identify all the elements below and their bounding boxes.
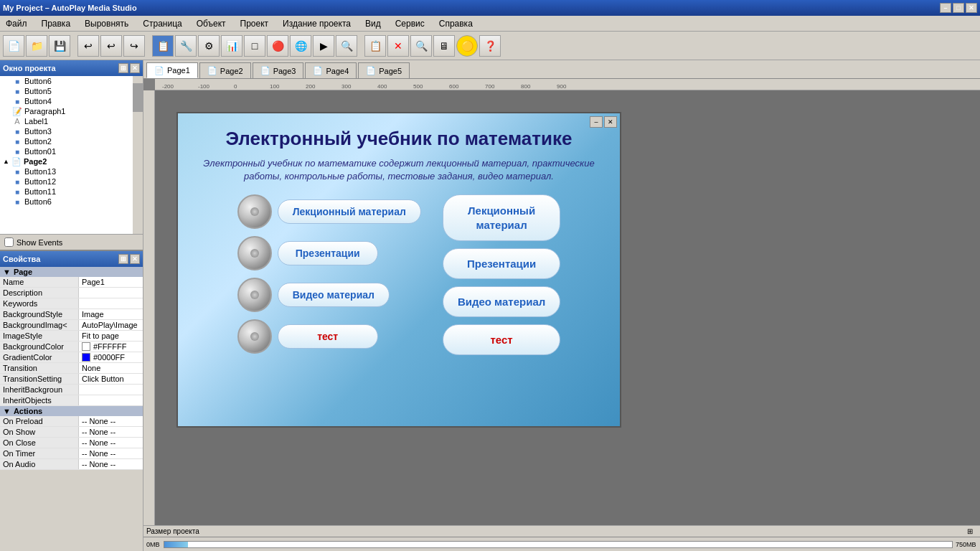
btn-row-1: Лекционный материал bbox=[237, 194, 421, 229]
redo-button[interactable]: ↪ bbox=[123, 35, 145, 57]
tab-label: Page3 bbox=[273, 67, 296, 75]
project-size-label-bar: Размер проекта ⊞ bbox=[143, 525, 980, 537]
btn-test-right[interactable]: тест bbox=[443, 324, 560, 355]
close-button[interactable]: ✕ bbox=[966, 3, 977, 13]
panel-header-icons: ⊞ ✕ bbox=[118, 63, 140, 73]
tb-btn-4[interactable]: 📊 bbox=[221, 35, 242, 57]
tb-btn-12[interactable]: 🔍 bbox=[410, 35, 432, 57]
menu-file[interactable]: Файл bbox=[3, 17, 30, 30]
props-section-page: ▼Page bbox=[0, 267, 143, 277]
preview-title: Электронный учебник по математике bbox=[199, 128, 598, 150]
tree-item-button13[interactable]: ■ Button13 bbox=[0, 166, 133, 176]
tree-item-button5[interactable]: ■ Button5 bbox=[0, 86, 133, 96]
props-transitionsetting: TransitionSetting Click Button bbox=[0, 374, 143, 385]
btn-lecture-left[interactable]: Лекционный материал bbox=[278, 199, 421, 224]
tab-icon: 📄 bbox=[313, 66, 323, 75]
project-tree[interactable]: ■ Button6 ■ Button5 ■ Button4 📝 Paragrap… bbox=[0, 76, 133, 234]
tree-item-button3[interactable]: ■ Button3 bbox=[0, 126, 133, 136]
tree-label: Button12 bbox=[24, 177, 56, 186]
mark-0mb: 0MB bbox=[146, 541, 164, 548]
tb-btn-11[interactable]: ✕ bbox=[387, 35, 409, 57]
canvas-scroll[interactable]: – ✕ Электронный учебник по математике Эл… bbox=[155, 90, 980, 525]
tree-item-page2[interactable]: ▲📄 Page2 bbox=[0, 156, 133, 166]
menu-view[interactable]: Вид bbox=[362, 17, 384, 30]
menu-align[interactable]: Выровнять bbox=[82, 17, 131, 30]
tree-item-button4[interactable]: ■ Button4 bbox=[0, 96, 133, 106]
tab-page4[interactable]: 📄 Page4 bbox=[305, 62, 357, 78]
minimize-button[interactable]: – bbox=[940, 3, 951, 13]
props-icon-btn[interactable]: ⊞ bbox=[118, 254, 128, 264]
action-onaudio: On Audio -- None -- bbox=[0, 459, 143, 470]
panel-resize-icon[interactable]: ⊞ bbox=[967, 527, 973, 535]
show-events-checkbox[interactable] bbox=[4, 237, 14, 247]
undo2-button[interactable]: ↩ bbox=[100, 35, 122, 57]
new-button[interactable]: 📄 bbox=[3, 35, 24, 57]
menu-help[interactable]: Справка bbox=[436, 17, 476, 30]
tb-btn-14[interactable]: 🟡 bbox=[456, 35, 478, 57]
tab-page2[interactable]: 📄 Page2 bbox=[199, 62, 251, 78]
tb-btn-2[interactable]: 🔧 bbox=[175, 35, 197, 57]
props-header-icons: ⊞ ✕ bbox=[118, 254, 140, 264]
tab-icon: 📄 bbox=[260, 66, 270, 75]
tb-btn-13[interactable]: 🖥 bbox=[433, 35, 455, 57]
tab-icon: 📄 bbox=[207, 66, 217, 75]
btn-lecture-right[interactable]: Лекционныйматериал bbox=[443, 194, 560, 241]
canvas-content: – ✕ Электронный учебник по математике Эл… bbox=[155, 90, 980, 449]
open-button[interactable]: 📁 bbox=[26, 35, 47, 57]
tree-label: Button01 bbox=[24, 147, 56, 156]
tb-btn-10[interactable]: 📋 bbox=[364, 35, 386, 57]
menu-publish[interactable]: Издание проекта bbox=[280, 17, 354, 30]
tree-label: Button5 bbox=[24, 87, 52, 95]
show-events-label: Show Events bbox=[17, 238, 62, 247]
preview-close[interactable]: ✕ bbox=[604, 116, 617, 128]
tb-btn-8[interactable]: ▶ bbox=[313, 35, 334, 57]
panel-icon-btn[interactable]: ⊞ bbox=[118, 63, 128, 73]
tree-item-button6[interactable]: ■ Button6 bbox=[0, 76, 133, 86]
maximize-button[interactable]: □ bbox=[953, 3, 964, 13]
tree-item-label1[interactable]: A Label1 bbox=[0, 116, 133, 126]
menu-edit[interactable]: Правка bbox=[39, 17, 74, 30]
action-ontimer: On Timer -- None -- bbox=[0, 448, 143, 459]
tb-btn-5[interactable]: □ bbox=[244, 35, 265, 57]
actions-label: Actions bbox=[14, 407, 42, 415]
btn-video-left[interactable]: Видео материал bbox=[278, 283, 390, 307]
btn-presentations-right[interactable]: Презентации bbox=[443, 248, 560, 279]
btn-presentations-left[interactable]: Презентации bbox=[278, 241, 378, 265]
tree-item-paragraph1[interactable]: 📝 Paragraph1 bbox=[0, 106, 133, 116]
cd-icon-2 bbox=[237, 236, 272, 270]
tab-page5[interactable]: 📄 Page5 bbox=[358, 62, 410, 78]
tree-item-button2[interactable]: ■ Button2 bbox=[0, 136, 133, 146]
panel-close-btn[interactable]: ✕ bbox=[130, 63, 140, 73]
btn-video-right[interactable]: Видео материал bbox=[443, 286, 560, 317]
tb-btn-3[interactable]: ⚙ bbox=[198, 35, 220, 57]
menu-page[interactable]: Страница bbox=[140, 17, 184, 30]
tree-item-button12[interactable]: ■ Button12 bbox=[0, 176, 133, 187]
cd-icon-3 bbox=[237, 278, 272, 312]
tree-label: Button11 bbox=[24, 187, 56, 196]
memory-bar bbox=[164, 541, 953, 548]
tree-item-button6b[interactable]: ■ Button6 bbox=[0, 197, 133, 207]
memory-fill bbox=[164, 542, 188, 547]
btn-test-left[interactable]: тест bbox=[278, 324, 378, 349]
tree-item-button01[interactable]: ■ Button01 bbox=[0, 146, 133, 156]
preview-minimize[interactable]: – bbox=[590, 116, 603, 128]
props-close-btn[interactable]: ✕ bbox=[130, 254, 140, 264]
save-button[interactable]: 💾 bbox=[49, 35, 70, 57]
tb-btn-7[interactable]: 🌐 bbox=[290, 35, 311, 57]
tree-scrollbar[interactable] bbox=[133, 76, 143, 234]
tb-btn-1[interactable]: 📋 bbox=[152, 35, 174, 57]
help-button[interactable]: ❓ bbox=[479, 35, 501, 57]
tb-btn-6[interactable]: 🔴 bbox=[267, 35, 288, 57]
bgcolor-swatch bbox=[82, 342, 90, 351]
tab-page3[interactable]: 📄 Page3 bbox=[253, 62, 304, 78]
tree-label: Button6 bbox=[24, 197, 52, 206]
menu-tools[interactable]: Сервис bbox=[392, 17, 428, 30]
undo-button[interactable]: ↩ bbox=[77, 35, 99, 57]
menu-object[interactable]: Объект bbox=[194, 17, 229, 30]
tree-area: ■ Button6 ■ Button5 ■ Button4 📝 Paragrap… bbox=[0, 76, 143, 234]
props-name: Name Page1 bbox=[0, 277, 143, 288]
tab-page1[interactable]: 📄 Page1 bbox=[146, 62, 198, 78]
tb-btn-9[interactable]: 🔍 bbox=[336, 35, 357, 57]
tree-item-button11[interactable]: ■ Button11 bbox=[0, 187, 133, 197]
menu-project[interactable]: Проект bbox=[237, 17, 272, 30]
